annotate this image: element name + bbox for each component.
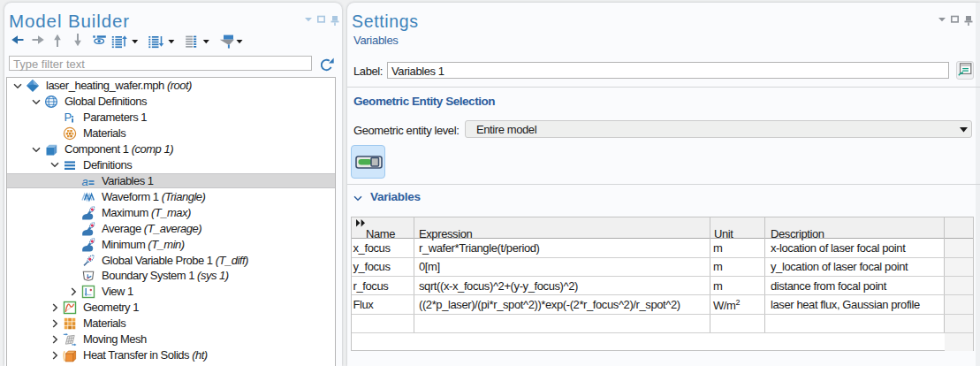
- svg-text:P: P: [65, 111, 72, 124]
- svg-text:a: a: [82, 174, 88, 187]
